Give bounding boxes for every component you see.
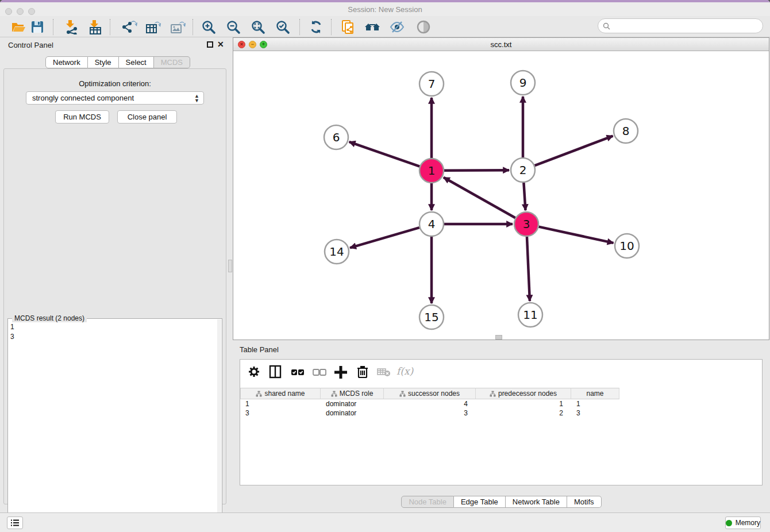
- export-image-icon[interactable]: [170, 20, 187, 34]
- edge-1-6[interactable]: [349, 142, 420, 167]
- mcds-panel: Optimization criterion: strongly connect…: [3, 68, 226, 504]
- column-header-MCDS-role[interactable]: MCDS role: [321, 388, 384, 399]
- table-settings-icon[interactable]: [246, 364, 262, 379]
- column-label: successor nodes: [408, 390, 460, 398]
- toolbar-separator: [299, 19, 300, 35]
- zoom-in-icon[interactable]: [200, 20, 217, 34]
- save-session-icon[interactable]: [29, 20, 46, 34]
- cell-MCDS-role[interactable]: dominator: [321, 408, 384, 418]
- node-label-1: 1: [428, 164, 436, 178]
- tab-mcds[interactable]: MCDS: [154, 56, 190, 68]
- toolbar-separator: [53, 19, 53, 35]
- tab-motifs[interactable]: Motifs: [567, 496, 602, 508]
- delete-table-icon[interactable]: [376, 364, 392, 379]
- cell-name[interactable]: 1: [571, 399, 619, 408]
- cell-name[interactable]: 3: [571, 408, 619, 418]
- node-label-14: 14: [329, 245, 344, 259]
- column-chooser-icon[interactable]: [267, 364, 283, 379]
- search-icon: [603, 22, 610, 30]
- memory-status-icon: [726, 520, 732, 526]
- delete-column-icon[interactable]: [355, 364, 371, 379]
- network-title: scc.txt: [233, 40, 769, 49]
- control-panel-header: Control Panel ✕: [0, 37, 232, 52]
- select-all-icon[interactable]: [290, 364, 306, 379]
- table-toolbar: f(x): [240, 360, 762, 384]
- cell-successor-nodes[interactable]: 3: [384, 408, 476, 418]
- result-scrollbar[interactable]: [217, 319, 221, 532]
- duplicate-network-icon[interactable]: [340, 20, 357, 34]
- zoom-selected-icon[interactable]: [274, 20, 291, 34]
- tab-style[interactable]: Style: [88, 56, 119, 68]
- edge-1-2[interactable]: [444, 170, 509, 171]
- close-panel-button[interactable]: Close panel: [117, 110, 177, 124]
- search-field[interactable]: [598, 18, 763, 33]
- network-titlebar[interactable]: × − + scc.txt: [233, 38, 769, 51]
- edge-3-1[interactable]: [444, 178, 515, 218]
- cell-MCDS-role[interactable]: dominator: [321, 399, 384, 408]
- edge-2-3[interactable]: [523, 183, 525, 210]
- float-panel-icon[interactable]: [207, 41, 213, 48]
- open-session-icon[interactable]: [10, 20, 28, 34]
- add-column-icon[interactable]: [333, 364, 349, 379]
- mcds-result-title: MCDS result (2 nodes): [12, 314, 87, 322]
- tab-network-table[interactable]: Network Table: [506, 496, 567, 508]
- search-input[interactable]: [613, 22, 763, 30]
- column-header-shared-name[interactable]: shared name: [240, 388, 321, 399]
- edge-2-8[interactable]: [535, 136, 613, 166]
- optimization-criterion-label: Optimization criterion:: [4, 79, 226, 88]
- table-panel-title: Table Panel: [240, 345, 279, 354]
- close-panel-icon[interactable]: ✕: [217, 40, 224, 49]
- cell-shared-name[interactable]: 3: [240, 408, 321, 418]
- table-panel: Table Panel ✕: [233, 342, 770, 512]
- export-table-icon[interactable]: [145, 20, 162, 34]
- column-header-name[interactable]: name: [571, 388, 619, 399]
- network-canvas[interactable]: 1234678910111415: [233, 51, 769, 340]
- import-network-icon[interactable]: [63, 20, 80, 34]
- control-panel: Control Panel ✕ NetworkStyleSelectMCDS O…: [0, 37, 232, 512]
- column-header-predecessor-nodes[interactable]: predecessor nodes: [476, 388, 571, 399]
- toolbar-separator: [110, 19, 110, 35]
- table-row-2[interactable]: 3dominator323: [240, 408, 762, 418]
- tab-network[interactable]: Network: [45, 56, 88, 68]
- import-table-icon[interactable]: [87, 20, 104, 34]
- first-neighbors-icon[interactable]: [364, 20, 381, 34]
- criterion-value: strongly connected component: [32, 94, 134, 102]
- hide-selected-icon[interactable]: [388, 20, 406, 34]
- column-label: shared name: [264, 390, 305, 398]
- column-header-successor-nodes[interactable]: successor nodes: [384, 388, 476, 399]
- cell-predecessor-nodes[interactable]: 2: [476, 408, 571, 418]
- deselect-all-icon[interactable]: [311, 364, 328, 379]
- tab-select[interactable]: Select: [119, 56, 154, 68]
- zoom-out-icon[interactable]: [225, 20, 242, 34]
- refresh-icon[interactable]: [307, 20, 325, 34]
- criterion-dropdown[interactable]: strongly connected component ▲▼: [26, 91, 204, 105]
- table-row-1[interactable]: 1dominator411: [240, 399, 762, 408]
- edge-3-11[interactable]: [527, 237, 530, 301]
- export-network-icon[interactable]: [121, 20, 138, 34]
- function-builder-icon[interactable]: f(x): [396, 365, 413, 380]
- network-view-window: × − + scc.txt 1234678910111415: [233, 37, 769, 340]
- cell-shared-name[interactable]: 1: [240, 399, 321, 408]
- horizontal-splitter-grip[interactable]: [495, 335, 502, 340]
- column-label: name: [586, 390, 603, 398]
- zoom-fit-icon[interactable]: [249, 20, 267, 34]
- cell-successor-nodes[interactable]: 4: [384, 399, 476, 408]
- cell-predecessor-nodes[interactable]: 1: [476, 399, 571, 408]
- node-label-7: 7: [428, 77, 436, 91]
- memory-button[interactable]: Memory: [725, 516, 761, 529]
- node-label-11: 11: [523, 308, 537, 322]
- tab-edge-table[interactable]: Edge Table: [454, 496, 506, 508]
- titlebar: Session: New Session: [0, 2, 770, 16]
- task-history-button[interactable]: [7, 516, 23, 529]
- run-mcds-button[interactable]: Run MCDS: [55, 110, 109, 124]
- edge-4-14[interactable]: [350, 228, 419, 248]
- show-all-icon[interactable]: [415, 20, 432, 34]
- network-graph[interactable]: 1234678910111415: [233, 51, 769, 340]
- app-window: Session: New Session: [0, 0, 770, 532]
- tab-node-table[interactable]: Node Table: [401, 496, 454, 508]
- mcds-result-text[interactable]: 1 3: [10, 322, 216, 532]
- edge-3-10[interactable]: [538, 227, 613, 243]
- table-tabs: Node TableEdge TableNetwork TableMotifs: [233, 496, 770, 508]
- vertical-splitter-grip[interactable]: [228, 260, 232, 272]
- main-toolbar: [0, 16, 770, 37]
